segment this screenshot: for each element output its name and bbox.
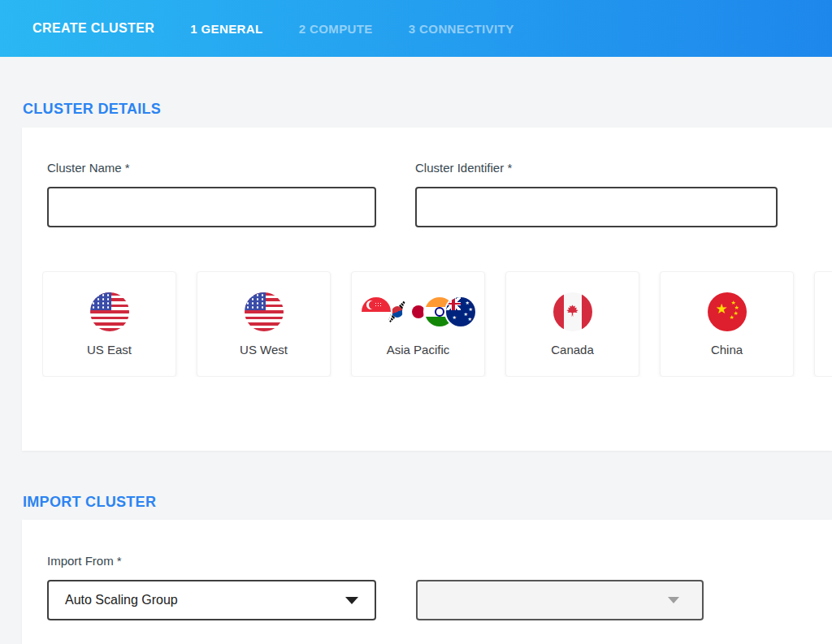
flag-stack xyxy=(708,292,747,332)
tab-connectivity[interactable]: 3 CONNECTIVITY xyxy=(409,22,514,36)
flag-stack xyxy=(90,292,129,332)
import-from-select[interactable]: Auto Scaling Group xyxy=(47,580,376,620)
flag-stack xyxy=(553,292,592,332)
import-selects-row: Auto Scaling Group xyxy=(47,580,832,620)
canada-flag-icon xyxy=(553,292,592,331)
cluster-details-card: Cluster Name * Cluster Identifier * US E… xyxy=(22,128,832,451)
chevron-down-icon xyxy=(345,597,358,604)
flag-stack xyxy=(245,292,284,332)
us-flag-icon xyxy=(90,292,129,331)
tab-general[interactable]: 1 GENERAL xyxy=(190,22,262,36)
chevron-down-icon xyxy=(668,597,679,603)
cluster-name-input[interactable] xyxy=(47,187,376,227)
import-from-selected-value: Auto Scaling Group xyxy=(65,593,178,607)
cluster-identifier-input[interactable] xyxy=(415,187,778,227)
region-card-asia-pacific[interactable]: Asia Pacific xyxy=(351,271,485,377)
region-label: US West xyxy=(240,343,288,357)
australia-flag-icon xyxy=(446,297,475,326)
cluster-name-field-group: Cluster Name * xyxy=(47,161,376,227)
import-from-label: Import From * xyxy=(47,520,832,568)
cluster-fields-row: Cluster Name * Cluster Identifier * xyxy=(22,128,832,227)
wizard-header: CREATE CLUSTER 1 GENERAL 2 COMPUTE 3 CON… xyxy=(0,0,832,57)
cluster-name-label: Cluster Name * xyxy=(47,161,376,175)
china-flag-icon xyxy=(708,292,747,331)
region-label: US East xyxy=(87,343,132,357)
import-cluster-card: Import From * Auto Scaling Group xyxy=(22,520,832,644)
singapore-flag-icon xyxy=(362,297,391,326)
cluster-identifier-label: Cluster Identifier * xyxy=(415,161,778,175)
region-cards: US East US West Asia Pacific Canada Chin… xyxy=(42,271,794,377)
tab-compute[interactable]: 2 COMPUTE xyxy=(299,22,373,36)
region-card-canada[interactable]: Canada xyxy=(505,271,639,377)
flag-stack xyxy=(362,292,475,332)
region-label: China xyxy=(711,343,743,357)
wizard-title: CREATE CLUSTER xyxy=(32,21,154,36)
us-flag-icon xyxy=(245,292,284,331)
region-label: Asia Pacific xyxy=(387,343,450,357)
import-cluster-heading: IMPORT CLUSTER xyxy=(23,451,832,511)
region-card-china[interactable]: China xyxy=(660,271,794,377)
region-picker: US East US West Asia Pacific Canada Chin… xyxy=(42,271,832,377)
cluster-details-heading: CLUSTER DETAILS xyxy=(23,57,832,118)
region-card-partial[interactable] xyxy=(814,271,832,377)
region-label: Canada xyxy=(551,343,594,357)
region-card-us-east[interactable]: US East xyxy=(42,271,176,377)
region-card-us-west[interactable]: US West xyxy=(197,271,331,377)
import-source-select[interactable] xyxy=(416,580,704,620)
cluster-identifier-field-group: Cluster Identifier * xyxy=(415,161,778,227)
